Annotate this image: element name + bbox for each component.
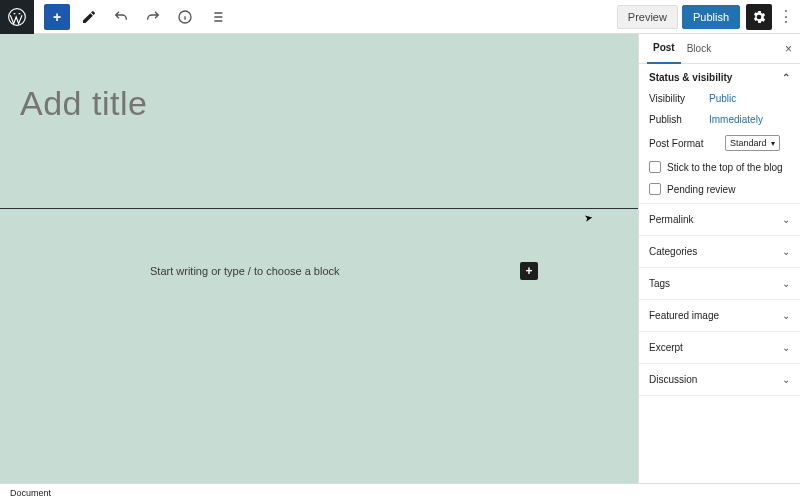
tab-block[interactable]: Block [681,34,717,64]
chevron-down-icon: ⌄ [782,310,790,321]
publish-label: Publish [649,114,709,125]
pending-review-checkbox[interactable] [649,183,661,195]
accordion-label: Excerpt [649,342,683,353]
accordion-label: Permalink [649,214,693,225]
publish-button[interactable]: Publish [682,5,740,29]
post-title-input[interactable] [20,84,618,123]
accordion-discussion[interactable]: Discussion ⌄ [639,364,800,396]
status-visibility-toggle[interactable]: Status & visibility ⌃ [649,72,790,83]
mouse-cursor-icon: ➤ [583,211,593,223]
visibility-label: Visibility [649,93,709,104]
gear-icon [751,9,767,25]
undo-button[interactable] [108,4,134,30]
top-toolbar: + Preview Publish ⋮ [0,0,800,34]
chevron-down-icon: ⌄ [782,374,790,385]
accordion-label: Categories [649,246,697,257]
tools-button[interactable] [76,4,102,30]
wordpress-icon [7,7,27,27]
accordion-featured-image[interactable]: Featured image ⌄ [639,300,800,332]
outline-button[interactable] [204,4,230,30]
post-format-select[interactable]: Standard ▾ [725,135,780,151]
footer-breadcrumb-bar: Document [0,483,800,501]
preview-button[interactable]: Preview [617,5,678,29]
tab-post[interactable]: Post [647,34,681,64]
chevron-down-icon: ⌄ [782,246,790,257]
status-visibility-panel: Status & visibility ⌃ Visibility Public … [639,64,800,204]
accordion-label: Tags [649,278,670,289]
kebab-icon: ⋮ [778,7,794,26]
more-options-button[interactable]: ⋮ [776,4,796,30]
publish-value[interactable]: Immediately [709,114,763,125]
accordion-categories[interactable]: Categories ⌄ [639,236,800,268]
accordion-excerpt[interactable]: Excerpt ⌄ [639,332,800,364]
accordion-permalink[interactable]: Permalink ⌄ [639,204,800,236]
close-sidebar-button[interactable]: × [785,42,792,56]
chevron-down-icon: ⌄ [782,342,790,353]
wordpress-logo[interactable] [0,0,34,34]
stick-top-row[interactable]: Stick to the top of the blog [649,161,790,173]
pending-review-row[interactable]: Pending review [649,183,790,195]
paragraph-block[interactable]: Start writing or type / to choose a bloc… [150,262,538,280]
stick-top-checkbox[interactable] [649,161,661,173]
visibility-value[interactable]: Public [709,93,736,104]
add-block-button[interactable]: + [44,4,70,30]
editor-canvas[interactable]: ➤ Start writing or type / to choose a bl… [0,34,638,483]
breadcrumb-document[interactable]: Document [10,488,51,498]
settings-button[interactable] [746,4,772,30]
separator-block[interactable] [0,208,638,209]
undo-icon [113,9,129,25]
paragraph-placeholder: Start writing or type / to choose a bloc… [150,265,520,277]
details-button[interactable] [172,4,198,30]
inline-inserter-button[interactable]: + [520,262,538,280]
post-format-value: Standard [730,138,767,148]
redo-icon [145,9,161,25]
settings-sidebar: Post Block × Status & visibility ⌃ Visib… [638,34,800,483]
visibility-row[interactable]: Visibility Public [649,93,790,104]
chevron-up-icon: ⌃ [782,72,790,83]
pencil-icon [81,9,97,25]
chevron-down-icon: ⌄ [782,214,790,225]
publish-row[interactable]: Publish Immediately [649,114,790,125]
chevron-down-icon: ▾ [771,139,775,148]
stick-top-label: Stick to the top of the blog [667,162,783,173]
panel-title: Status & visibility [649,72,732,83]
chevron-down-icon: ⌄ [782,278,790,289]
info-icon [177,9,193,25]
redo-button[interactable] [140,4,166,30]
pending-review-label: Pending review [667,184,735,195]
accordion-label: Featured image [649,310,719,321]
sidebar-tabs: Post Block × [639,34,800,64]
post-format-label: Post Format [649,138,725,149]
accordion-label: Discussion [649,374,697,385]
post-format-row: Post Format Standard ▾ [649,135,790,151]
accordion-tags[interactable]: Tags ⌄ [639,268,800,300]
list-icon [209,9,225,25]
